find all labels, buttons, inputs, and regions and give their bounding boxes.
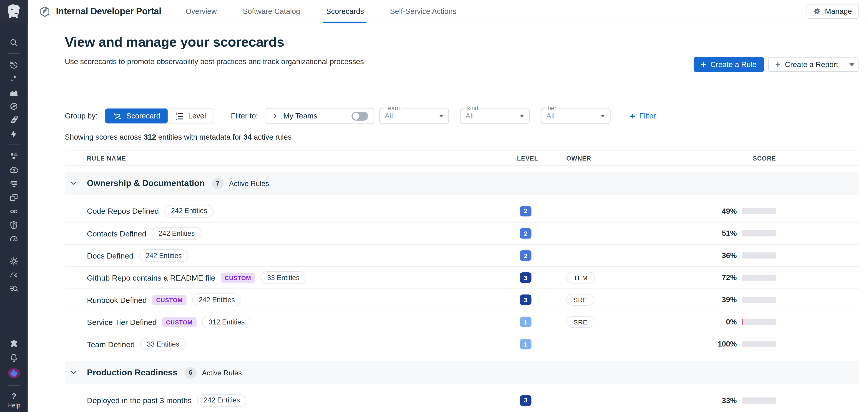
rule-name[interactable]: Github Repo contains a README file <box>87 273 215 282</box>
bits-ai-icon[interactable] <box>0 365 28 382</box>
slo-target-icon[interactable] <box>0 99 28 113</box>
entities-count-pill[interactable]: 242 Entities <box>139 249 188 262</box>
kind-filter-select[interactable]: kindAll <box>460 108 530 124</box>
rule-row[interactable]: Github Repo contains a README file CUSTO… <box>65 266 859 288</box>
rule-name[interactable]: Runbook Defined <box>87 295 147 304</box>
sparkles-icon[interactable] <box>0 71 28 85</box>
score-bar <box>742 297 776 303</box>
plus-icon: + <box>775 60 780 69</box>
log-filter-icon[interactable] <box>0 177 28 191</box>
manage-button[interactable]: Manage <box>807 4 859 19</box>
chevron-down-icon <box>520 115 524 117</box>
column-header-owner[interactable]: OWNER <box>566 155 734 161</box>
sidebar-divider <box>8 250 20 250</box>
scorecard-group-title: Production Readiness <box>87 368 177 378</box>
group-by-label: Group by: <box>65 112 97 120</box>
scorecard-group-header[interactable]: Ownership & Documentation 7 Active Rules <box>65 172 859 195</box>
chevron-down-icon[interactable] <box>70 180 77 186</box>
owner-pill[interactable]: TEM <box>566 272 595 284</box>
sidebar-divider <box>8 145 20 145</box>
rule-name[interactable]: Deployed in the past 3 months <box>87 396 192 405</box>
security-shield-icon[interactable] <box>0 218 28 232</box>
nav-tab-overview[interactable]: Overview <box>186 0 217 23</box>
entities-count-pill[interactable]: 312 Entities <box>202 316 251 328</box>
owner-pill[interactable]: SRE <box>566 316 595 328</box>
group-by-scorecard-segment[interactable]: Scorecard <box>105 108 167 123</box>
chevron-down-icon[interactable] <box>70 369 77 376</box>
add-filter-button[interactable]: + Filter <box>630 111 656 121</box>
rule-row[interactable]: Docs Defined 242 Entities 2 36% <box>65 244 859 266</box>
audit-search-icon[interactable] <box>0 282 28 295</box>
metrics-chart-icon[interactable] <box>0 85 28 99</box>
entities-count-pill[interactable]: 242 Entities <box>197 394 247 407</box>
error-bug-icon[interactable] <box>0 254 28 268</box>
my-teams-filter[interactable]: My Teams <box>266 108 374 124</box>
app-title: Internal Developer Portal <box>56 6 161 17</box>
summary-entities_count: 312 <box>144 133 156 141</box>
rule-row[interactable]: Runbook Defined CUSTOM 242 Entities 3 SR… <box>65 289 859 311</box>
nav-tab-software-catalog[interactable]: Software Catalog <box>243 0 300 23</box>
entities-count-pill[interactable]: 242 Entities <box>164 204 214 217</box>
search-icon[interactable] <box>0 35 28 49</box>
profiling-speedometer-icon[interactable] <box>0 268 28 282</box>
cloud-cost-icon[interactable]: $ <box>0 163 28 177</box>
integrations-puzzle-icon[interactable] <box>0 337 28 351</box>
column-header-score[interactable]: SCORE <box>734 155 859 161</box>
rule-name[interactable]: Docs Defined <box>87 251 133 260</box>
level-badge: 3 <box>520 395 531 405</box>
filter-to-label: Filter to: <box>231 112 258 120</box>
group-by-level-segment[interactable]: 12Level <box>167 109 213 123</box>
datadog-logo[interactable] <box>0 0 28 23</box>
rules-table-body: Ownership & Documentation 7 Active Rules… <box>65 172 859 411</box>
sidebar-divider <box>8 53 20 54</box>
results-summary: Showing scores across 312 entities with … <box>65 133 859 141</box>
history-icon[interactable] <box>0 58 28 71</box>
my-teams-toggle[interactable] <box>351 112 368 121</box>
rule-row[interactable]: Team Defined 33 Entities 1 100% <box>65 332 859 355</box>
entities-count-pill[interactable]: 33 Entities <box>140 338 186 350</box>
create-rule-button[interactable]: + Create a Rule <box>694 57 764 72</box>
owner-pill[interactable]: SRE <box>566 294 595 306</box>
svg-text:1: 1 <box>176 112 177 115</box>
nav-tab-scorecards[interactable]: Scorecards <box>326 0 364 23</box>
team-filter-select[interactable]: teamAll <box>379 108 449 124</box>
create-report-label: Create a Report <box>785 60 838 69</box>
column-header-rule-name[interactable]: RULE NAME <box>87 155 517 161</box>
page-header: View and manage your scorecards Use scor… <box>65 34 859 66</box>
rum-windows-icon[interactable] <box>0 191 28 204</box>
rule-name[interactable]: Code Repos Defined <box>87 207 159 215</box>
column-header-level[interactable]: LEVEL <box>517 155 566 161</box>
score-percent: 51% <box>722 229 737 237</box>
integrations-hexagons-icon[interactable] <box>0 149 28 163</box>
custom-badge: CUSTOM <box>221 273 255 283</box>
create-report-button[interactable]: + Create a Report <box>769 58 845 71</box>
rule-row[interactable]: Service Tier Defined CUSTOM 312 Entities… <box>65 311 859 332</box>
nav-tab-self-service-actions[interactable]: Self-Service Actions <box>390 0 456 23</box>
entities-count-pill[interactable]: 242 Entities <box>152 227 202 240</box>
level-badge: 3 <box>520 273 531 283</box>
ci-infinity-icon[interactable] <box>0 204 28 218</box>
sidebar: $ ?Help <box>0 0 28 412</box>
rule-name[interactable]: Contacts Defined <box>87 229 147 238</box>
entities-count-pill[interactable]: 242 Entities <box>192 293 242 306</box>
rule-row[interactable]: Deployed in the past 3 months 242 Entiti… <box>65 389 859 411</box>
brand: Internal Developer Portal <box>39 5 161 18</box>
create-report-dropdown-button[interactable] <box>845 58 858 71</box>
notifications-bell-icon[interactable] <box>0 351 28 365</box>
deployments-layers-icon[interactable] <box>0 113 28 127</box>
tier-select-label: tier <box>546 104 559 111</box>
tier-filter-select[interactable]: tierAll <box>541 108 611 124</box>
segment-label: Level <box>188 112 206 120</box>
quality-gauge-icon[interactable] <box>0 232 28 246</box>
kind-select-value: All <box>465 112 520 120</box>
team-select-value: All <box>385 112 439 120</box>
entities-count-pill[interactable]: 33 Entities <box>260 271 306 284</box>
score-bar <box>742 208 776 214</box>
lightning-bolt-icon[interactable] <box>0 127 28 141</box>
scorecard-group-header[interactable]: Production Readiness 6 Active Rules <box>65 361 859 384</box>
rule-name[interactable]: Service Tier Defined <box>87 317 157 326</box>
rule-name[interactable]: Team Defined <box>87 340 134 349</box>
rule-row[interactable]: Contacts Defined 242 Entities 2 51% <box>65 222 859 244</box>
help-icon[interactable]: ? <box>0 390 28 402</box>
rule-row[interactable]: Code Repos Defined 242 Entities 2 49% <box>65 200 859 222</box>
